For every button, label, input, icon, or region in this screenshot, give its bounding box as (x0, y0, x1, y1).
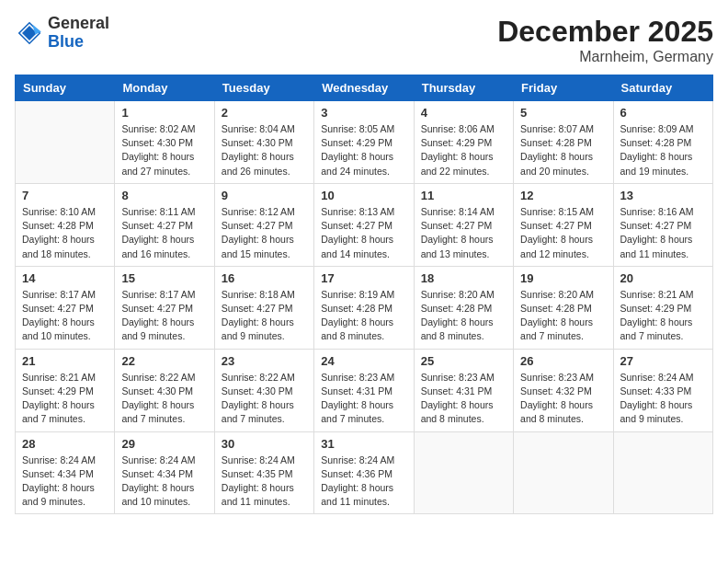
column-header-thursday: Thursday (414, 75, 513, 101)
day-number: 11 (421, 189, 506, 202)
column-header-sunday: Sunday (16, 75, 115, 101)
calendar-cell: 29Sunrise: 8:24 AM Sunset: 4:34 PM Dayli… (115, 431, 214, 514)
day-info: Sunrise: 8:21 AM Sunset: 4:29 PM Dayligh… (620, 288, 706, 344)
calendar-cell (16, 101, 115, 184)
day-number: 18 (421, 271, 506, 285)
calendar-cell: 28Sunrise: 8:24 AM Sunset: 4:34 PM Dayli… (16, 431, 115, 514)
calendar-header-row: SundayMondayTuesdayWednesdayThursdayFrid… (16, 75, 713, 101)
calendar-table: SundayMondayTuesdayWednesdayThursdayFrid… (15, 75, 713, 514)
calendar-cell: 6Sunrise: 8:09 AM Sunset: 4:28 PM Daylig… (613, 101, 712, 184)
day-info: Sunrise: 8:17 AM Sunset: 4:27 PM Dayligh… (121, 288, 207, 344)
day-info: Sunrise: 8:02 AM Sunset: 4:30 PM Dayligh… (121, 122, 207, 178)
column-header-friday: Friday (514, 75, 613, 101)
day-info: Sunrise: 8:04 AM Sunset: 4:30 PM Dayligh… (222, 122, 307, 178)
day-number: 17 (321, 271, 406, 285)
calendar-cell: 20Sunrise: 8:21 AM Sunset: 4:29 PM Dayli… (613, 266, 712, 349)
day-info: Sunrise: 8:22 AM Sunset: 4:30 PM Dayligh… (121, 371, 207, 427)
page-header: General Blue December 2025 Marnheim, Ger… (15, 15, 713, 65)
calendar-cell: 2Sunrise: 8:04 AM Sunset: 4:30 PM Daylig… (214, 101, 313, 184)
calendar-cell: 12Sunrise: 8:15 AM Sunset: 4:27 PM Dayli… (514, 183, 613, 266)
calendar-cell: 16Sunrise: 8:18 AM Sunset: 4:27 PM Dayli… (214, 266, 313, 349)
day-info: Sunrise: 8:06 AM Sunset: 4:29 PM Dayligh… (421, 122, 506, 178)
column-header-saturday: Saturday (613, 75, 712, 101)
day-info: Sunrise: 8:24 AM Sunset: 4:36 PM Dayligh… (321, 454, 406, 510)
calendar-cell: 8Sunrise: 8:11 AM Sunset: 4:27 PM Daylig… (115, 183, 214, 266)
column-header-wednesday: Wednesday (314, 75, 414, 101)
calendar-cell: 24Sunrise: 8:23 AM Sunset: 4:31 PM Dayli… (314, 349, 414, 431)
calendar-cell: 1Sunrise: 8:02 AM Sunset: 4:30 PM Daylig… (115, 101, 214, 184)
day-number: 20 (620, 271, 706, 285)
calendar-cell: 31Sunrise: 8:24 AM Sunset: 4:36 PM Dayli… (314, 431, 414, 514)
day-number: 2 (222, 106, 307, 120)
week-row-3: 14Sunrise: 8:17 AM Sunset: 4:27 PM Dayli… (16, 266, 713, 349)
day-info: Sunrise: 8:14 AM Sunset: 4:27 PM Dayligh… (421, 205, 506, 261)
week-row-4: 21Sunrise: 8:21 AM Sunset: 4:29 PM Dayli… (16, 349, 713, 431)
month-year-title: December 2025 (497, 15, 713, 49)
calendar-cell: 19Sunrise: 8:20 AM Sunset: 4:28 PM Dayli… (514, 266, 613, 349)
day-info: Sunrise: 8:07 AM Sunset: 4:28 PM Dayligh… (520, 122, 606, 178)
calendar-cell: 11Sunrise: 8:14 AM Sunset: 4:27 PM Dayli… (414, 183, 513, 266)
calendar-cell: 5Sunrise: 8:07 AM Sunset: 4:28 PM Daylig… (514, 101, 613, 184)
day-number: 15 (121, 271, 207, 285)
day-number: 25 (421, 354, 506, 368)
day-info: Sunrise: 8:10 AM Sunset: 4:28 PM Dayligh… (22, 205, 108, 261)
day-info: Sunrise: 8:17 AM Sunset: 4:27 PM Dayligh… (22, 288, 108, 344)
calendar-cell: 9Sunrise: 8:12 AM Sunset: 4:27 PM Daylig… (214, 183, 313, 266)
calendar-cell: 15Sunrise: 8:17 AM Sunset: 4:27 PM Dayli… (115, 266, 214, 349)
day-number: 19 (520, 271, 606, 285)
day-info: Sunrise: 8:24 AM Sunset: 4:33 PM Dayligh… (620, 371, 706, 427)
day-info: Sunrise: 8:19 AM Sunset: 4:28 PM Dayligh… (321, 288, 406, 344)
day-number: 28 (22, 437, 108, 451)
location-subtitle: Marnheim, Germany (497, 49, 713, 65)
day-number: 6 (620, 106, 706, 120)
day-info: Sunrise: 8:23 AM Sunset: 4:31 PM Dayligh… (421, 371, 506, 427)
day-number: 27 (620, 354, 706, 368)
calendar-cell (613, 431, 712, 514)
logo[interactable]: General Blue (15, 15, 109, 52)
column-header-monday: Monday (115, 75, 214, 101)
day-number: 7 (22, 189, 108, 202)
calendar-cell (414, 431, 513, 514)
day-number: 8 (121, 189, 207, 202)
calendar-cell: 30Sunrise: 8:24 AM Sunset: 4:35 PM Dayli… (214, 431, 313, 514)
day-number: 9 (222, 189, 307, 202)
day-number: 14 (22, 271, 108, 285)
day-number: 13 (620, 189, 706, 202)
day-number: 22 (121, 354, 207, 368)
day-number: 3 (321, 106, 406, 120)
calendar-cell: 3Sunrise: 8:05 AM Sunset: 4:29 PM Daylig… (314, 101, 414, 184)
day-info: Sunrise: 8:24 AM Sunset: 4:34 PM Dayligh… (22, 454, 108, 510)
calendar-cell: 26Sunrise: 8:23 AM Sunset: 4:32 PM Dayli… (514, 349, 613, 431)
calendar-cell: 21Sunrise: 8:21 AM Sunset: 4:29 PM Dayli… (16, 349, 115, 431)
calendar-cell: 25Sunrise: 8:23 AM Sunset: 4:31 PM Dayli… (414, 349, 513, 431)
day-info: Sunrise: 8:11 AM Sunset: 4:27 PM Dayligh… (121, 205, 207, 261)
day-number: 29 (121, 437, 207, 451)
day-number: 21 (22, 354, 108, 368)
day-info: Sunrise: 8:23 AM Sunset: 4:31 PM Dayligh… (321, 371, 406, 427)
day-info: Sunrise: 8:24 AM Sunset: 4:34 PM Dayligh… (121, 454, 207, 510)
day-info: Sunrise: 8:12 AM Sunset: 4:27 PM Dayligh… (222, 205, 307, 261)
logo-blue-text: Blue (48, 32, 84, 51)
calendar-cell: 13Sunrise: 8:16 AM Sunset: 4:27 PM Dayli… (613, 183, 712, 266)
day-info: Sunrise: 8:05 AM Sunset: 4:29 PM Dayligh… (321, 122, 406, 178)
calendar-cell: 10Sunrise: 8:13 AM Sunset: 4:27 PM Dayli… (314, 183, 414, 266)
day-info: Sunrise: 8:09 AM Sunset: 4:28 PM Dayligh… (620, 122, 706, 178)
day-number: 23 (222, 354, 307, 368)
calendar-cell: 18Sunrise: 8:20 AM Sunset: 4:28 PM Dayli… (414, 266, 513, 349)
day-number: 26 (520, 354, 606, 368)
title-block: December 2025 Marnheim, Germany (497, 15, 713, 65)
calendar-cell: 22Sunrise: 8:22 AM Sunset: 4:30 PM Dayli… (115, 349, 214, 431)
day-number: 12 (520, 189, 606, 202)
day-number: 10 (321, 189, 406, 202)
day-number: 30 (222, 437, 307, 451)
day-info: Sunrise: 8:20 AM Sunset: 4:28 PM Dayligh… (421, 288, 506, 344)
week-row-5: 28Sunrise: 8:24 AM Sunset: 4:34 PM Dayli… (16, 431, 713, 514)
day-info: Sunrise: 8:15 AM Sunset: 4:27 PM Dayligh… (520, 205, 606, 261)
day-info: Sunrise: 8:22 AM Sunset: 4:30 PM Dayligh… (222, 371, 307, 427)
calendar-cell (514, 431, 613, 514)
day-info: Sunrise: 8:21 AM Sunset: 4:29 PM Dayligh… (22, 371, 108, 427)
calendar-cell: 7Sunrise: 8:10 AM Sunset: 4:28 PM Daylig… (16, 183, 115, 266)
day-info: Sunrise: 8:24 AM Sunset: 4:35 PM Dayligh… (222, 454, 307, 510)
calendar-cell: 14Sunrise: 8:17 AM Sunset: 4:27 PM Dayli… (16, 266, 115, 349)
day-info: Sunrise: 8:23 AM Sunset: 4:32 PM Dayligh… (520, 371, 606, 427)
